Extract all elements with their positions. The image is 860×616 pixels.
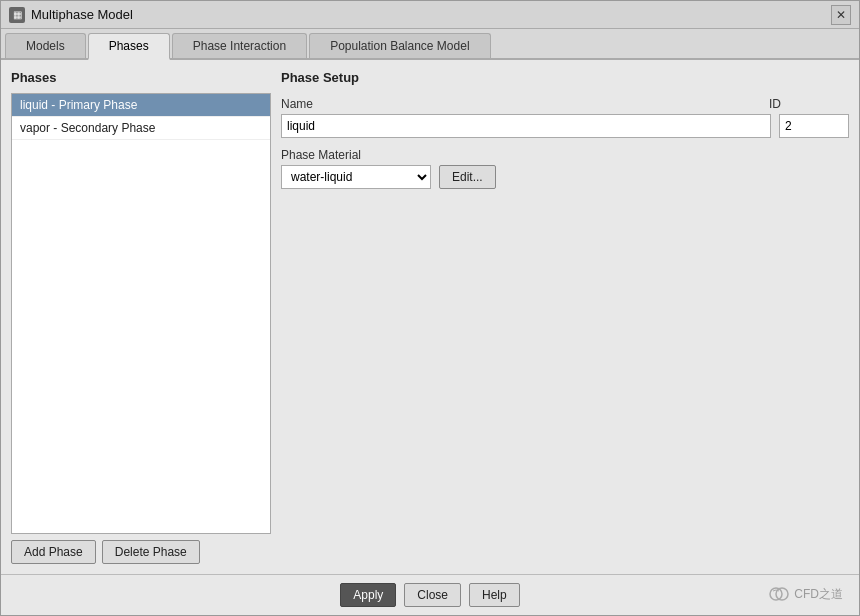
window-title: Multiphase Model — [31, 7, 133, 22]
setup-panel: Phase Setup Name ID Phase Material — [281, 70, 849, 564]
apply-button[interactable]: Apply — [340, 583, 396, 607]
tab-population-balance[interactable]: Population Balance Model — [309, 33, 490, 58]
title-bar: ▦ Multiphase Model ✕ — [1, 1, 859, 29]
phase-name-input[interactable] — [281, 114, 771, 138]
content-row: Phases liquid - Primary Phase vapor - Se… — [11, 70, 849, 564]
id-column-label: ID — [769, 97, 849, 111]
tab-phases[interactable]: Phases — [88, 33, 170, 60]
edit-material-button[interactable]: Edit... — [439, 165, 496, 189]
phases-list: liquid - Primary Phase vapor - Secondary… — [11, 93, 271, 534]
watermark: CFD之道 — [768, 585, 843, 603]
app-icon: ▦ — [9, 7, 25, 23]
watermark-icon — [768, 585, 790, 603]
phases-buttons: Add Phase Delete Phase — [11, 540, 271, 564]
phase-item-vapor[interactable]: vapor - Secondary Phase — [12, 117, 270, 140]
phases-panel: Phases liquid - Primary Phase vapor - Se… — [11, 70, 271, 564]
tab-bar: Models Phases Phase Interaction Populati… — [1, 29, 859, 60]
help-button[interactable]: Help — [469, 583, 520, 607]
close-button[interactable]: Close — [404, 583, 461, 607]
add-phase-button[interactable]: Add Phase — [11, 540, 96, 564]
main-content: Phases liquid - Primary Phase vapor - Se… — [1, 60, 859, 574]
phase-material-label: Phase Material — [281, 148, 849, 162]
bottom-bar: Apply Close Help CFD之道 — [1, 574, 859, 615]
phase-material-row: water-liquid air steam Edit... — [281, 165, 849, 189]
name-column-label: Name — [281, 97, 769, 111]
close-window-button[interactable]: ✕ — [831, 5, 851, 25]
main-window: ▦ Multiphase Model ✕ Models Phases Phase… — [0, 0, 860, 616]
phase-item-liquid[interactable]: liquid - Primary Phase — [12, 94, 270, 117]
tab-phase-interaction[interactable]: Phase Interaction — [172, 33, 307, 58]
phase-material-section: Phase Material water-liquid air steam Ed… — [281, 148, 849, 189]
name-id-section: Name ID — [281, 97, 849, 138]
name-id-labels: Name ID — [281, 97, 849, 111]
phase-setup-label: Phase Setup — [281, 70, 849, 85]
phase-id-input[interactable] — [779, 114, 849, 138]
watermark-text: CFD之道 — [794, 586, 843, 603]
tab-models[interactable]: Models — [5, 33, 86, 58]
phase-material-select[interactable]: water-liquid air steam — [281, 165, 431, 189]
phases-label: Phases — [11, 70, 271, 85]
delete-phase-button[interactable]: Delete Phase — [102, 540, 200, 564]
title-bar-left: ▦ Multiphase Model — [9, 7, 133, 23]
name-id-inputs — [281, 114, 849, 138]
